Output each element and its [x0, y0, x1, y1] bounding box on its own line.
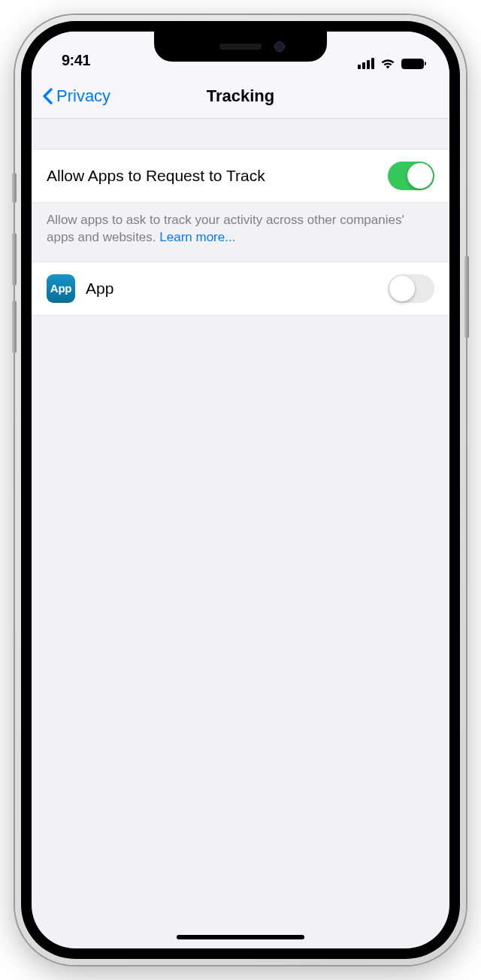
speaker-grille [219, 44, 262, 50]
mute-switch [12, 173, 17, 203]
wifi-icon [380, 58, 395, 69]
status-icons [358, 58, 424, 69]
volume-down-button [12, 301, 17, 353]
front-camera [274, 41, 285, 52]
home-indicator[interactable] [177, 935, 304, 939]
cellular-signal-icon [358, 58, 374, 69]
app-tracking-toggle[interactable] [388, 274, 434, 303]
allow-tracking-label: Allow Apps to Request to Track [47, 167, 377, 185]
phone-frame: 9:41 Pri [15, 15, 466, 965]
app-name-label: App [86, 280, 377, 298]
app-icon: App [47, 274, 75, 303]
power-button [464, 256, 469, 338]
content-area: Allow Apps to Request to Track Allow app… [32, 119, 449, 316]
notch [154, 32, 327, 62]
status-time: 9:41 [62, 52, 90, 69]
back-label: Privacy [56, 86, 110, 106]
back-button[interactable]: Privacy [32, 86, 110, 106]
battery-icon [401, 59, 424, 69]
allow-tracking-toggle[interactable] [388, 162, 434, 190]
page-title: Tracking [207, 86, 274, 106]
setting-description: Allow apps to ask to track your activity… [32, 203, 449, 262]
screen: 9:41 Pri [32, 32, 449, 948]
allow-tracking-row: Allow Apps to Request to Track [32, 149, 449, 203]
navigation-bar: Privacy Tracking [32, 74, 449, 119]
volume-up-button [12, 233, 17, 286]
chevron-left-icon [42, 88, 53, 104]
learn-more-link[interactable]: Learn more... [159, 230, 235, 244]
app-row: App App [32, 262, 449, 316]
